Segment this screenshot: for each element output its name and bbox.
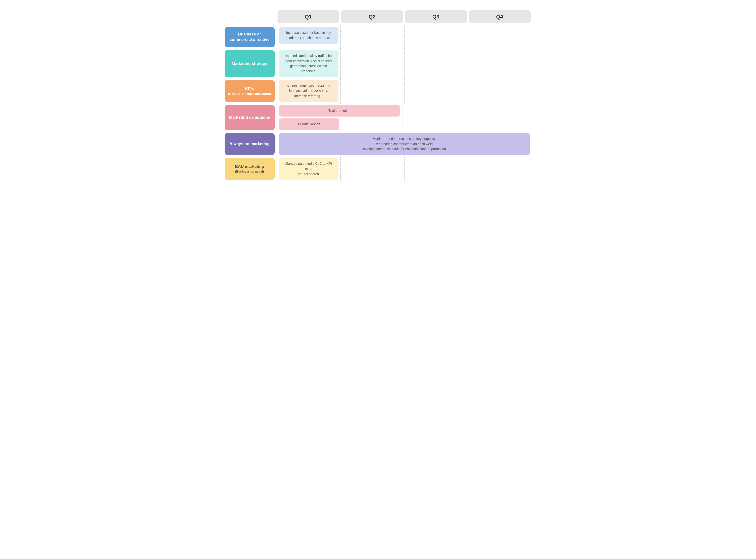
content-strategy-q1: Data indicated healthy traffic, but poor… xyxy=(279,50,338,77)
q1-label: Q1 xyxy=(278,10,339,23)
label-kpis: KPIs (Key performance indicators) xyxy=(225,80,275,102)
label-marketing-strategy: Marketing strategy xyxy=(225,50,275,77)
label-col-campaigns: Marketing campaigns xyxy=(225,104,277,132)
cell-campaigns-q1q2: Trial promotion Product launch xyxy=(277,104,402,132)
cell-campaigns-q3 xyxy=(402,104,467,132)
label-business-directive: Business or commercial directive xyxy=(225,27,275,47)
cell-kpis-q4 xyxy=(468,79,531,104)
header-empty xyxy=(225,9,277,24)
cell-strategy-q4 xyxy=(468,49,531,79)
content-business-q1: Increase customer base in key markets. L… xyxy=(279,27,338,44)
cell-strategy-q1: Data indicated healthy traffic, but poor… xyxy=(277,49,340,79)
content-bau-q1: Manage paid media CpC to KPI max. Natura… xyxy=(279,158,338,180)
cell-business-q1: Increase customer base in key markets. L… xyxy=(277,25,340,49)
cell-kpis-q2 xyxy=(340,79,404,104)
cell-bau-q3 xyxy=(404,156,468,181)
row-bau: BAU marketing (Business as usual) Manage… xyxy=(225,156,531,181)
label-bau: BAU marketing (Business as usual) xyxy=(225,158,275,180)
header-q3: Q3 xyxy=(404,9,468,24)
row-campaigns: Marketing campaigns Trial promotion Prod… xyxy=(225,104,531,132)
cell-kpis-q1: Maintain max CpA of $40 and increase vol… xyxy=(277,79,340,104)
cell-business-q2 xyxy=(340,25,404,49)
cell-bau-q2 xyxy=(340,156,404,181)
cell-always-on-all: Monitor brand interactions on key outpos… xyxy=(277,132,531,156)
cell-bau-q1: Manage paid media CpC to KPI max. Natura… xyxy=(277,156,340,181)
row-marketing-strategy: Marketing strategy Data indicated health… xyxy=(225,49,531,79)
cell-strategy-q2 xyxy=(340,49,404,79)
header-q2: Q2 xyxy=(340,9,404,24)
label-always-on: Always on marketing xyxy=(225,133,275,155)
cell-business-q3 xyxy=(404,25,468,49)
label-campaigns: Marketing campaigns xyxy=(225,105,275,130)
row-kpis: KPIs (Key performance indicators) Mainta… xyxy=(225,79,531,104)
header-q1: Q1 xyxy=(277,9,340,24)
cell-kpis-q3 xyxy=(404,79,468,104)
cell-strategy-q3 xyxy=(404,49,468,79)
label-col-always-on: Always on marketing xyxy=(225,132,277,156)
q4-label: Q4 xyxy=(469,10,531,23)
content-product-launch: Product launch xyxy=(279,118,339,130)
header-q4: Q4 xyxy=(468,9,531,24)
content-always-on: Monitor brand interactions on key outpos… xyxy=(279,133,530,155)
label-col-business: Business or commercial directive xyxy=(225,25,277,49)
q2-label: Q2 xyxy=(341,10,403,23)
label-col-strategy: Marketing strategy xyxy=(225,49,277,79)
cell-business-q4 xyxy=(468,25,531,49)
row-always-on: Always on marketing Monitor brand intera… xyxy=(225,132,531,156)
label-col-kpis: KPIs (Key performance indicators) xyxy=(225,79,277,104)
roadmap-table: Q1 Q2 Q3 Q4 Business or commercial direc… xyxy=(225,9,531,181)
q3-label: Q3 xyxy=(405,10,467,23)
row-business-directive: Business or commercial directive Increas… xyxy=(225,25,531,49)
header-row: Q1 Q2 Q3 Q4 xyxy=(225,9,531,24)
content-kpis-q1: Maintain max CpA of $40 and increase vol… xyxy=(279,80,338,102)
cell-campaigns-q4 xyxy=(467,104,531,132)
cell-bau-q4 xyxy=(468,156,531,181)
content-trial-promotion: Trial promotion xyxy=(279,105,400,117)
label-col-bau: BAU marketing (Business as usual) xyxy=(225,156,277,181)
